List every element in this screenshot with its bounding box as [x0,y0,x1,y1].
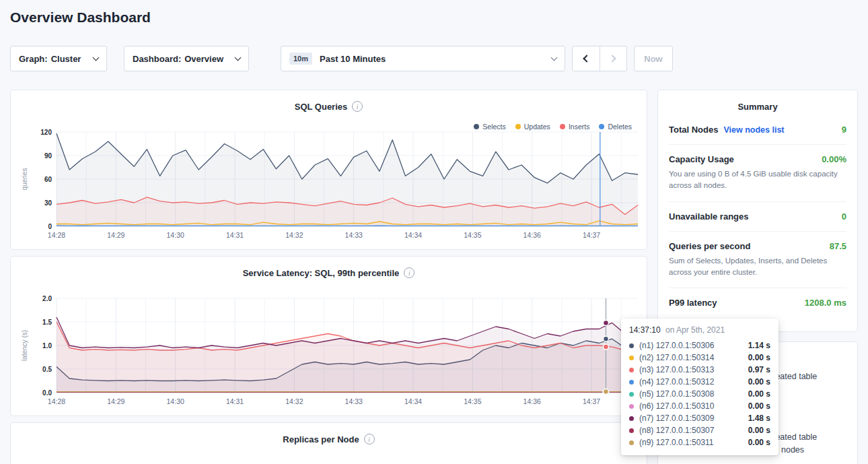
tooltip-node-label: (n3) 127.0.0.1:50313 [639,365,714,374]
tooltip-node-value: 1.14 s [748,341,770,350]
p99-latency-label: P99 latency [669,298,717,308]
legend-item[interactable]: Updates [515,123,550,131]
tooltip-node-label: (n8) 127.0.0.1:50307 [639,426,714,435]
unavailable-ranges-label: Unavailable ranges [669,211,749,222]
legend-item[interactable]: Selects [474,123,505,131]
capacity-usage-label: Capacity Usage [669,154,734,164]
legend-dot-icon [474,124,479,129]
graph-dropdown-label: Graph: [19,54,48,64]
svg-text:14:32: 14:32 [285,231,303,239]
summary-row-unavailable-ranges: Unavailable ranges 0 [669,202,846,232]
tooltip-node-value: 0.97 s [748,365,770,374]
tooltip-row: (n2) 127.0.0.1:503140.00 s [629,352,770,364]
chart-legend: SelectsUpdatesInsertsDeletes [474,123,632,131]
event-text-secondary: nodes [781,445,857,455]
event-text: created table [768,432,857,442]
tooltip-row: (n1) 127.0.0.1:503061.14 s [629,339,770,352]
series-dot-icon [629,440,634,445]
svg-text:0.5: 0.5 [42,366,52,373]
svg-text:14:34: 14:34 [404,397,422,405]
tooltip-node-label: (n5) 127.0.0.1:50308 [639,389,714,399]
legend-dot-icon [515,124,521,129]
svg-text:14:31: 14:31 [226,231,244,239]
dashboard-dropdown[interactable]: Dashboard: Overview [124,46,249,71]
info-icon[interactable]: i [404,267,414,278]
svg-text:14:32: 14:32 [285,397,303,405]
chart-title: SQL Queries [295,102,348,112]
svg-text:latency (s): latency (s) [21,330,28,361]
dashboard-dropdown-value: Overview [184,54,223,64]
chevron-right-icon [608,55,616,62]
svg-text:queries: queries [21,168,28,191]
svg-text:14:35: 14:35 [464,397,481,405]
tooltip-row: (n7) 127.0.0.1:503091.48 s [629,412,770,424]
now-button[interactable]: Now [634,46,673,71]
view-nodes-list-link[interactable]: View nodes list [723,125,784,135]
qps-value: 87.5 [830,241,846,251]
series-dot-icon [629,380,634,385]
tooltip-node-value: 0.00 s [748,401,770,411]
service-latency-chart[interactable]: 14:2814:2914:3014:3114:3214:3314:3414:35… [19,293,643,409]
sql-queries-chart[interactable]: 14:2814:2914:3014:3114:3214:3314:3414:35… [19,127,643,242]
tooltip-node-label: (n7) 127.0.0.1:50309 [639,413,714,423]
qps-label: Queries per second [669,241,750,251]
legend-item[interactable]: Inserts [560,123,590,131]
info-icon[interactable]: i [364,434,375,444]
svg-text:90: 90 [44,152,52,160]
svg-text:14:36: 14:36 [523,231,541,239]
svg-text:30: 30 [44,199,52,207]
tooltip-date: on Apr 5th, 2021 [665,325,725,335]
event-text: created table [768,372,857,381]
series-dot-icon [629,368,634,372]
tooltip-node-value: 1.48 s [748,413,770,423]
svg-text:14:37: 14:37 [583,231,600,239]
svg-text:14:29: 14:29 [107,397,124,405]
tooltip-rows: (n1) 127.0.0.1:503061.14 s(n2) 127.0.0.1… [629,339,770,449]
tooltip-row: (n4) 127.0.0.1:503120.00 s [629,376,770,388]
time-range-dropdown[interactable]: 10m Past 10 Minutes [281,46,565,71]
p99-latency-value: 1208.0 ms [805,298,846,308]
svg-text:14:30: 14:30 [167,397,184,405]
svg-text:60: 60 [44,176,52,183]
info-icon[interactable]: i [352,101,363,112]
svg-text:1.0: 1.0 [42,342,52,350]
svg-text:14:34: 14:34 [404,231,422,239]
chart-title: Replicas per Node [283,434,359,444]
series-dot-icon [629,356,634,360]
graph-dropdown[interactable]: Graph: Cluster [10,46,107,71]
time-forward-button[interactable] [600,46,627,71]
svg-text:0: 0 [48,223,52,230]
series-dot-icon [629,392,634,397]
tooltip-node-value: 0.00 s [748,377,770,387]
tooltip-node-value: 0.00 s [748,426,770,435]
legend-item[interactable]: Deletes [599,123,632,131]
summary-row-capacity: Capacity Usage 0.00% You are using 0 B o… [669,145,846,202]
series-dot-icon [629,428,634,433]
tooltip-timestamp: 14:37:10 on Apr 5th, 2021 [629,325,770,335]
summary-panel: Summary Total Nodes View nodes list 9 Ca… [657,90,858,332]
chart-tooltip: 14:37:10 on Apr 5th, 2021 (n1) 127.0.0.1… [621,319,779,455]
svg-text:14:28: 14:28 [48,397,65,405]
tooltip-row: (n8) 127.0.0.1:503070.00 s [629,424,770,436]
time-back-button[interactable] [573,46,600,71]
legend-label: Selects [482,123,505,131]
summary-heading: Summary [658,90,857,115]
tooltip-row: (n9) 127.0.0.1:503110.00 s [629,436,770,449]
unavailable-ranges-value: 0 [842,211,846,222]
tooltip-node-value: 0.00 s [748,438,770,447]
summary-row-qps: Queries per second 87.5 Sum of Selects, … [669,232,846,289]
time-nav-group [572,46,627,71]
legend-dot-icon [599,124,604,129]
svg-text:14:35: 14:35 [464,231,481,239]
total-nodes-label: Total Nodes [669,125,718,135]
capacity-usage-description: You are using 0 B of 4.5 GiB usable disk… [669,168,846,192]
tooltip-node-label: (n6) 127.0.0.1:50310 [639,401,714,411]
chevron-left-icon [583,55,591,62]
svg-text:14:36: 14:36 [523,397,541,405]
tooltip-node-value: 0.00 s [748,353,770,362]
time-range-badge: 10m [289,53,312,65]
legend-label: Inserts [569,123,590,131]
svg-text:120: 120 [40,129,52,136]
svg-text:14:33: 14:33 [345,231,363,239]
legend-dot-icon [560,124,565,129]
